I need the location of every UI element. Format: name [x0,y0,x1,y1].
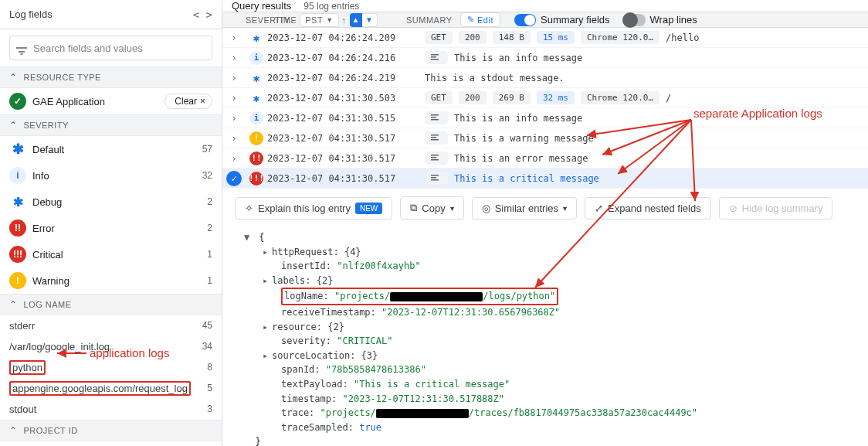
severity-icon: !!! [9,246,26,263]
code-icon[interactable]: < > [193,9,212,21]
results-title: Query results [232,0,291,12]
severity-icon: i [249,111,263,125]
col-time[interactable]: TIME PST ▼ ↑ ▲ ▼ [275,13,398,27]
chevron-up-icon: ⌃ [9,120,18,131]
col-severity[interactable]: SEVERITY [241,15,275,25]
request-path: /hello [666,32,699,43]
expand-row-icon[interactable]: › [231,32,236,43]
copy-button[interactable]: ⧉ Copy ▾ [400,196,463,220]
search-input[interactable]: Search fields and values [9,36,212,60]
wrap-lines-toggle[interactable]: Wrap lines [624,14,697,26]
timestamp: 2023-12-07 04:31:30.503 [267,93,422,104]
log-row[interactable]: ✓ !!! 2023-12-07 04:31:30.517 This is a … [222,169,868,189]
log-message: This is a stdout message. [425,73,565,83]
severity-icon: ! [9,272,26,289]
selected-check-icon[interactable]: ✓ [226,171,242,186]
severity-label: Error [32,223,55,234]
severity-icon: ! [249,131,263,145]
log-row[interactable]: › i 2023-12-07 04:31:30.515 This is an i… [222,108,868,128]
severity-row[interactable]: !!!Critical1 [0,241,222,267]
expand-row-icon[interactable]: › [231,153,236,164]
logname-row[interactable]: stderr45 [0,315,222,336]
new-badge: NEW [355,203,382,214]
log-row[interactable]: › i 2023-12-07 04:26:24.216 This is an i… [222,48,868,68]
jump-last-icon[interactable]: ▼ [362,13,378,27]
logname-row[interactable]: /var/log/google_init.log34 [0,336,222,357]
log-row[interactable]: › ✱ 2023-12-07 04:26:24.209 GET200148 B1… [222,28,868,48]
section-log-name[interactable]: ⌃ LOG NAME [0,294,222,315]
severity-icon: ✱ [249,91,263,105]
expand-row-icon[interactable]: › [231,113,236,124]
timestamp: 2023-12-07 04:31:30.517 [267,173,422,184]
severity-count: 2 [207,196,212,207]
expand-icon: ⤢ [595,203,603,214]
json-expanded: ▼ { ▸httpRequest: {4} insertId: "nlfz00f… [222,227,868,446]
severity-icon: !! [249,152,263,165]
chevron-down-icon: ▼ [326,16,333,24]
chevron-up-icon: ⌃ [9,425,18,436]
severity-row[interactable]: !!Error2 [0,215,222,241]
copy-icon: ⧉ [410,202,417,214]
severity-label: Critical [32,249,63,260]
section-project-id[interactable]: ⌃ PROJECT ID [0,420,222,441]
severity-icon: ✱ [9,193,26,210]
section-resource-type[interactable]: ⌃ RESOURCE TYPE [0,66,222,88]
severity-label: Warning [32,275,70,287]
log-row[interactable]: › ✱ 2023-12-07 04:31:30.503 GET200269 B3… [222,88,868,108]
severity-count: 57 [202,144,212,155]
logname-label: stderr [9,320,35,332]
log-message: This is an error message [454,153,588,164]
severity-row[interactable]: ✱Debug2 [0,189,222,215]
logname-row[interactable]: python8 [0,357,222,378]
expand-nested-button[interactable]: ⤢ Expand nested fields [585,197,711,220]
expand-row-icon[interactable]: › [231,93,236,104]
hide-summary-button[interactable]: ⊘ Hide log summary [719,197,833,220]
message-chip [425,131,448,145]
logname-label: stdout [9,403,36,415]
severity-icon: ✱ [9,141,26,158]
log-message: This is an info message [454,113,582,124]
expand-row-icon[interactable]: › [231,73,236,83]
summary-fields-toggle[interactable]: Summary fields [514,14,610,26]
summary-chip: 269 B [493,91,531,104]
severity-icon: i [249,51,263,65]
request-path: / [666,93,671,104]
severity-row[interactable]: ✱Default57 [0,136,222,162]
severity-row[interactable]: !Warning1 [0,267,222,294]
message-chip [425,111,448,124]
logname-label: python [9,362,46,373]
logname-count: 34 [202,341,212,352]
entry-toolbar: ✧ Explain this log entry NEW ⧉ Copy ▾ ◎ … [222,189,868,227]
chevron-up-icon: ⌃ [9,72,18,83]
sidebar-header: Log fields < > [0,0,222,29]
resource-type-row[interactable]: ✓ GAE Application Clear × [0,88,222,114]
sort-asc-icon[interactable]: ↑ [342,15,347,25]
hide-icon: ⊘ [729,203,737,214]
timezone-select[interactable]: PST ▼ [300,13,338,27]
logname-row[interactable]: stdout3 [0,399,222,420]
log-row[interactable]: › ✱ 2023-12-07 04:26:24.219 This is a st… [222,68,868,88]
clear-button[interactable]: Clear × [164,94,212,109]
severity-row[interactable]: iInfo32 [0,162,222,189]
severity-icon: ✱ [249,71,263,85]
section-severity[interactable]: ⌃ SEVERITY [0,114,222,136]
jump-first-icon[interactable]: ▲ [350,13,362,27]
similar-entries-button[interactable]: ◎ Similar entries ▾ [472,197,577,220]
logname-row[interactable]: appengine.googleapis.com/request_log5 [0,378,222,399]
expand-row-icon[interactable]: › [231,53,236,63]
toggle-off-icon [624,14,646,26]
summary-chip: 148 B [493,31,531,44]
chevron-down-icon: ▾ [563,204,567,213]
severity-icon: !! [9,220,26,237]
severity-label: Info [32,170,49,182]
expand-row-icon[interactable]: › [231,133,236,144]
log-message: This is an info message [454,53,582,63]
severity-icon: !!! [249,172,263,186]
edit-button[interactable]: ✎ Edit [460,12,500,27]
log-row[interactable]: › !! 2023-12-07 04:31:30.517 This is an … [222,148,868,169]
message-chip [425,51,448,64]
message-chip [425,172,448,185]
explain-button[interactable]: ✧ Explain this log entry NEW [235,197,392,220]
log-row[interactable]: › ! 2023-12-07 04:31:30.517 This is a wa… [222,128,868,148]
severity-label: Debug [32,196,62,208]
